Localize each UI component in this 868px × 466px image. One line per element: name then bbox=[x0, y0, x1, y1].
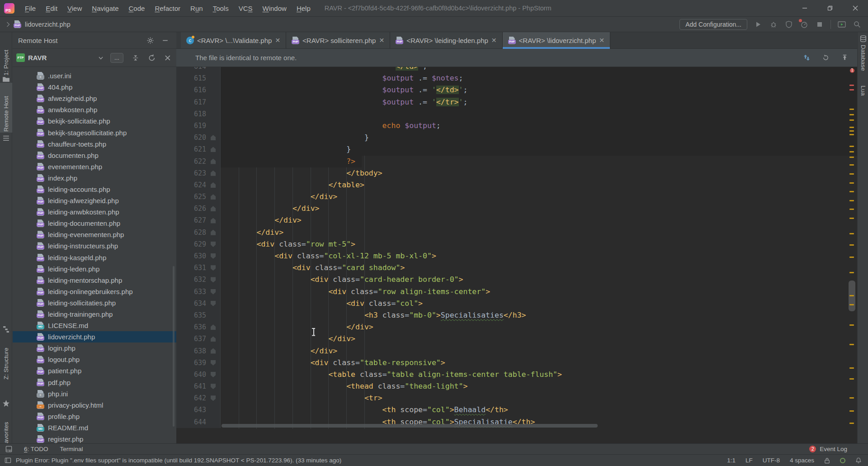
fold-marker-up-icon[interactable] bbox=[211, 135, 216, 140]
warning-mark[interactable] bbox=[849, 233, 854, 234]
fold-marker-down-icon[interactable] bbox=[211, 253, 216, 259]
tree-item-chauffeur-toets.php[interactable]: PHPchauffeur-toets.php bbox=[13, 138, 176, 150]
tab-close-icon[interactable]: ✕ bbox=[379, 37, 384, 43]
tree-item-register.php[interactable]: PHPregister.php bbox=[13, 433, 176, 443]
stop-icon[interactable] bbox=[815, 20, 824, 29]
lock-icon[interactable] bbox=[824, 457, 830, 464]
toggle-toolbar-icon[interactable] bbox=[5, 457, 11, 464]
warning-mark[interactable] bbox=[849, 182, 854, 184]
status-message[interactable]: Plugin Error: Plugin ".env files support… bbox=[16, 457, 341, 464]
menu-navigate[interactable]: Navigate bbox=[88, 3, 123, 14]
menu-run[interactable]: Run bbox=[186, 3, 207, 14]
tool-button-todo[interactable]: 6: TODO bbox=[24, 446, 48, 452]
tree-item-leiding-anwbkosten.php[interactable]: PHPleiding-anwbkosten.php bbox=[13, 206, 176, 218]
fold-marker-up-icon[interactable] bbox=[211, 218, 216, 223]
coverage-icon[interactable] bbox=[784, 20, 793, 29]
fold-marker-down-icon[interactable] bbox=[211, 242, 216, 247]
close-icon[interactable] bbox=[843, 0, 868, 16]
warning-mark[interactable] bbox=[849, 304, 854, 305]
fold-marker-up-icon[interactable] bbox=[211, 182, 216, 188]
notifications-bell-icon[interactable] bbox=[855, 457, 862, 464]
menu-file[interactable]: File bbox=[21, 3, 40, 14]
run-icon[interactable] bbox=[754, 20, 763, 29]
fold-marker-up-icon[interactable] bbox=[211, 206, 216, 211]
tree-item-profile.php[interactable]: PHPprofile.php bbox=[13, 411, 176, 422]
refresh-icon[interactable] bbox=[148, 54, 156, 62]
tree-item-leiding-afwezigheid.php[interactable]: PHPleiding-afwezigheid.php bbox=[13, 195, 176, 206]
menu-code[interactable]: Code bbox=[125, 3, 149, 14]
warning-mark[interactable] bbox=[849, 114, 854, 115]
fold-marker-up-icon[interactable] bbox=[211, 171, 216, 176]
tree-item-logout.php[interactable]: PHPlogout.php bbox=[13, 354, 176, 365]
tree-item-afwezigheid.php[interactable]: PHPafwezigheid.php bbox=[13, 93, 176, 104]
sync-compare-icon[interactable] bbox=[802, 53, 811, 62]
warning-mark[interactable] bbox=[849, 130, 854, 132]
tree-item-evenementen.php[interactable]: PHPevenementen.php bbox=[13, 161, 176, 172]
warning-mark[interactable] bbox=[849, 209, 854, 210]
menu-window[interactable]: Window bbox=[259, 3, 291, 14]
tree-item-anwbkosten.php[interactable]: PHPanwbkosten.php bbox=[13, 104, 176, 115]
menu-refactor[interactable]: Refactor bbox=[151, 3, 184, 14]
tree-item-leiding-accounts.php[interactable]: PHPleiding-accounts.php bbox=[13, 184, 176, 195]
fold-marker-down-icon[interactable] bbox=[211, 265, 216, 271]
fold-marker-down-icon[interactable] bbox=[211, 360, 216, 366]
tool-button-event-log[interactable]: Event Log bbox=[820, 446, 847, 452]
hide-panel-icon[interactable] bbox=[161, 37, 169, 44]
tree-item-leiding-kasgeld.php[interactable]: PHPleiding-kasgeld.php bbox=[13, 252, 176, 263]
warning-mark[interactable] bbox=[849, 272, 854, 273]
fold-marker-up-icon[interactable] bbox=[211, 230, 216, 235]
warning-mark[interactable] bbox=[849, 119, 854, 121]
tab-close-icon[interactable]: ✕ bbox=[275, 37, 280, 43]
editor-tab-active[interactable]: PHP<RAVR> \lidoverzicht.php✕ bbox=[503, 32, 610, 48]
editor-tab[interactable]: c<RAVR> \...\Validate.php✕ bbox=[181, 32, 286, 48]
file-encoding[interactable]: UTF-8 bbox=[763, 457, 780, 464]
warning-mark[interactable] bbox=[849, 164, 854, 166]
fold-marker-up-icon[interactable] bbox=[211, 336, 216, 342]
error-mark[interactable] bbox=[849, 89, 854, 90]
fold-marker-up-icon[interactable] bbox=[211, 348, 216, 354]
tool-button-remote-host[interactable]: Remote Host bbox=[0, 84, 12, 132]
tree-item-leiding-mentorschap.php[interactable]: PHPleiding-mentorschap.php bbox=[13, 275, 176, 286]
warning-mark[interactable] bbox=[849, 146, 854, 147]
fold-marker-down-icon[interactable] bbox=[211, 301, 216, 306]
maximize-icon[interactable] bbox=[817, 0, 843, 16]
search-everywhere-icon[interactable] bbox=[853, 20, 862, 29]
line-separator[interactable]: LF bbox=[745, 457, 753, 464]
fold-marker-up-icon[interactable] bbox=[211, 324, 216, 330]
fold-marker-down-icon[interactable] bbox=[211, 372, 216, 377]
warning-mark[interactable] bbox=[849, 244, 854, 246]
tree-item-leiding-onlinegebruikers.php[interactable]: PHPleiding-onlinegebruikers.php bbox=[13, 286, 176, 297]
tool-button-structure[interactable]: Z: Structure bbox=[0, 334, 12, 380]
fold-marker-up-icon[interactable] bbox=[211, 194, 216, 200]
fold-marker-down-icon[interactable] bbox=[211, 277, 216, 282]
warning-mark[interactable] bbox=[849, 191, 854, 192]
tree-item-leiding-sollicitaties.php[interactable]: PHPleiding-sollicitaties.php bbox=[13, 297, 176, 309]
editor-tab[interactable]: PHP<RAVR> solliciteren.php✕ bbox=[286, 32, 390, 48]
warning-mark[interactable] bbox=[849, 157, 854, 158]
upload-icon[interactable] bbox=[840, 53, 849, 62]
code-editor[interactable]: 614'</td>';615$output .= $notes;616$outp… bbox=[176, 67, 857, 443]
warning-mark[interactable] bbox=[849, 410, 854, 412]
profiler-icon[interactable] bbox=[800, 20, 809, 29]
tree-item-leiding-instructeurs.php[interactable]: PHPleiding-instructeurs.php bbox=[13, 240, 176, 252]
caret-position[interactable]: 1:1 bbox=[727, 457, 736, 464]
tree-item-documenten.php[interactable]: PHPdocumenten.php bbox=[13, 150, 176, 161]
tree-item-pdf.php[interactable]: PHPpdf.php bbox=[13, 377, 176, 388]
tree-item-README.md[interactable]: MDREADME.md bbox=[13, 422, 176, 433]
warning-mark[interactable] bbox=[849, 367, 854, 369]
warning-mark[interactable] bbox=[849, 324, 854, 326]
fold-marker-up-icon[interactable] bbox=[211, 159, 216, 164]
tool-windows-icon[interactable] bbox=[5, 446, 12, 452]
tree-scrollbar[interactable] bbox=[173, 266, 175, 427]
fold-marker-down-icon[interactable] bbox=[211, 289, 216, 295]
collapse-all-icon[interactable] bbox=[132, 54, 140, 62]
error-stripe[interactable]: 1 bbox=[847, 67, 857, 443]
warning-mark[interactable] bbox=[849, 344, 854, 345]
warning-mark[interactable] bbox=[849, 173, 854, 175]
tree-item-.user.ini[interactable]: ≡.user.ini bbox=[13, 70, 176, 81]
tool-button-lua[interactable]: Lua bbox=[858, 86, 868, 108]
warning-mark[interactable] bbox=[849, 257, 854, 258]
warning-mark[interactable] bbox=[849, 218, 854, 219]
warning-mark[interactable] bbox=[849, 423, 854, 424]
tree-item-privacy-policy.html[interactable]: ‹›privacy-policy.html bbox=[13, 399, 176, 411]
